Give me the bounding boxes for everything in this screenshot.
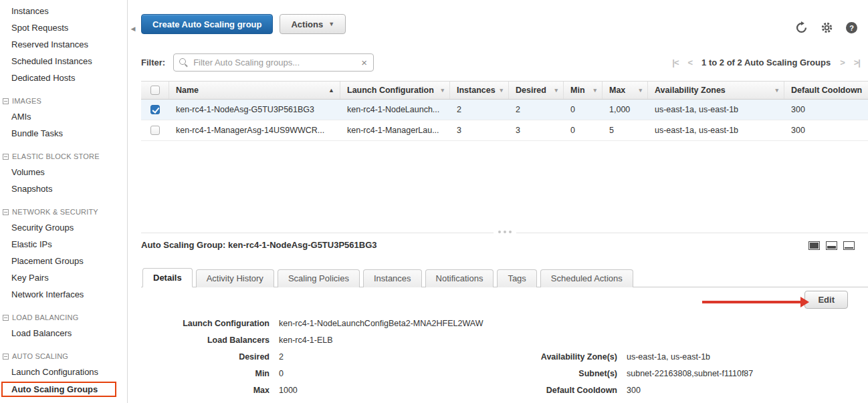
sidebar-item-dedicated-hosts[interactable]: Dedicated Hosts bbox=[0, 70, 127, 86]
column-menu-icon[interactable]: ▾ bbox=[639, 87, 642, 94]
field-label: Subnet(s) bbox=[469, 369, 617, 378]
field-min: Min 0 bbox=[141, 365, 483, 382]
collapse-section-icon[interactable] bbox=[3, 209, 9, 215]
pagination-prev-button[interactable]: < bbox=[687, 57, 692, 68]
column-menu-icon[interactable]: ▾ bbox=[554, 87, 558, 94]
tab-instances[interactable]: Instances bbox=[363, 269, 422, 287]
maximize-panel-icon[interactable] bbox=[808, 241, 820, 250]
sidebar-section-label: IMAGES bbox=[12, 97, 41, 105]
column-header-instances[interactable]: Instances ▾ bbox=[450, 82, 509, 99]
column-header-desired[interactable]: Desired ▾ bbox=[509, 82, 564, 99]
sidebar-item-key-pairs[interactable]: Key Pairs bbox=[0, 269, 127, 286]
edit-button[interactable]: Edit bbox=[804, 291, 848, 309]
table-row[interactable]: ken-rc4-1-NodeAsg-G5TU3P561BG3 ken-rc4-1… bbox=[141, 100, 868, 120]
column-label: Min bbox=[570, 86, 585, 95]
column-header-launch-configuration[interactable]: Launch Configuration ▾ bbox=[340, 82, 450, 99]
minimize-panel-icon[interactable] bbox=[843, 241, 855, 250]
pagination-last-button[interactable]: >| bbox=[854, 57, 860, 68]
select-all-checkbox[interactable] bbox=[141, 82, 169, 99]
cell-max: 1,000 bbox=[603, 100, 648, 120]
column-label: Default Cooldown bbox=[791, 86, 862, 95]
sidebar-item-launch-configurations[interactable]: Launch Configurations bbox=[0, 364, 127, 380]
row-checkbox[interactable] bbox=[150, 105, 160, 114]
create-auto-scaling-group-button[interactable]: Create Auto Scaling group bbox=[141, 14, 273, 34]
checkbox-icon[interactable] bbox=[150, 86, 160, 95]
sidebar-item-reserved-instances[interactable]: Reserved Instances bbox=[0, 36, 127, 53]
field-label: Max bbox=[141, 386, 269, 395]
sidebar-item-placement-groups[interactable]: Placement Groups bbox=[0, 253, 127, 269]
tab-activity-history[interactable]: Activity History bbox=[196, 269, 274, 287]
sidebar-item-bundle-tasks[interactable]: Bundle Tasks bbox=[0, 125, 127, 142]
collapse-section-icon[interactable] bbox=[3, 98, 9, 104]
collapse-section-icon[interactable] bbox=[3, 354, 9, 360]
filter-search-input[interactable] bbox=[192, 57, 355, 68]
column-menu-icon[interactable]: ▾ bbox=[593, 87, 596, 94]
help-icon[interactable]: ? bbox=[846, 22, 857, 33]
cell-availability-zones: us-east-1a, us-east-1b bbox=[648, 100, 784, 120]
sidebar-section-label: NETWORK & SECURITY bbox=[12, 208, 98, 216]
field-value: ken-rc4-1-ELB bbox=[279, 335, 333, 345]
pagination-first-button[interactable]: |< bbox=[672, 57, 678, 68]
filter-search-box: × bbox=[173, 53, 374, 72]
search-icon bbox=[179, 58, 188, 67]
tab-details[interactable]: Details bbox=[142, 268, 193, 287]
sidebar-item-auto-scaling-groups[interactable]: Auto Scaling Groups bbox=[1, 382, 116, 397]
collapse-section-icon[interactable] bbox=[3, 315, 9, 321]
detail-panel-title: Auto Scaling Group: ken-rc4-1-NodeAsg-G5… bbox=[141, 240, 377, 250]
sidebar-item-elastic-ips[interactable]: Elastic IPs bbox=[0, 236, 127, 253]
sidebar-item-volumes[interactable]: Volumes bbox=[0, 164, 127, 180]
field-load-balancers: Load Balancers ken-rc4-1-ELB bbox=[141, 331, 483, 348]
column-menu-icon[interactable]: ▾ bbox=[500, 87, 503, 94]
column-label: Desired bbox=[516, 86, 546, 95]
tab-scheduled-actions[interactable]: Scheduled Actions bbox=[540, 269, 633, 287]
sidebar-item-spot-requests[interactable]: Spot Requests bbox=[0, 19, 127, 36]
cell-availability-zones: us-east-1a, us-east-1b bbox=[648, 120, 784, 140]
sidebar-section-elastic-block-store: ELASTIC BLOCK STORE bbox=[0, 149, 127, 164]
field-desired: Desired 2 bbox=[141, 348, 483, 365]
collapse-section-icon[interactable] bbox=[3, 154, 9, 160]
column-header-name[interactable]: Name ▲ bbox=[169, 82, 340, 99]
detail-tabs: Details Activity History Scaling Policie… bbox=[141, 268, 868, 287]
sidebar-item-instances[interactable]: Instances bbox=[0, 3, 127, 19]
cell-instances: 3 bbox=[450, 120, 509, 140]
column-header-availability-zones[interactable]: Availability Zones ▾ bbox=[648, 82, 784, 99]
sidebar-item-snapshots[interactable]: Snapshots bbox=[0, 180, 127, 197]
column-menu-icon[interactable]: ▾ bbox=[441, 87, 444, 94]
column-header-default-cooldown[interactable]: Default Cooldown bbox=[784, 82, 868, 99]
sidebar-section-network-security: NETWORK & SECURITY bbox=[0, 205, 127, 219]
cell-name: ken-rc4-1-ManagerAsg-14US9WWCR... bbox=[169, 120, 340, 140]
tab-scaling-policies[interactable]: Scaling Policies bbox=[278, 269, 360, 287]
panel-resize-handle[interactable] bbox=[494, 231, 516, 233]
table-row[interactable]: ken-rc4-1-ManagerAsg-14US9WWCR... ken-rc… bbox=[141, 120, 868, 141]
pagination-summary: 1 to 2 of 2 Auto Scaling Groups bbox=[701, 57, 831, 68]
column-label: Launch Configuration bbox=[347, 86, 434, 95]
sidebar-item-scheduled-instances[interactable]: Scheduled Instances bbox=[0, 53, 127, 70]
ec2-console-page: Instances Spot Requests Reserved Instanc… bbox=[0, 0, 868, 403]
tab-tags[interactable]: Tags bbox=[497, 269, 536, 287]
actions-button[interactable]: Actions ▼ bbox=[280, 14, 346, 34]
column-header-min[interactable]: Min ▾ bbox=[564, 82, 603, 99]
split-panel-icon[interactable] bbox=[826, 241, 837, 250]
field-value: us-east-1a, us-east-1b bbox=[627, 352, 710, 362]
cell-name: ken-rc4-1-NodeAsg-G5TU3P561BG3 bbox=[169, 100, 340, 120]
field-value: subnet-22163808,subnet-f1110f87 bbox=[627, 369, 753, 378]
gear-icon[interactable] bbox=[821, 21, 833, 34]
pagination-next-button[interactable]: > bbox=[840, 57, 845, 68]
clear-filter-icon[interactable]: × bbox=[355, 57, 373, 68]
sidebar-item-security-groups[interactable]: Security Groups bbox=[0, 219, 127, 236]
sidebar-item-network-interfaces[interactable]: Network Interfaces bbox=[0, 286, 127, 303]
refresh-icon[interactable] bbox=[795, 21, 808, 34]
field-value: 1000 bbox=[279, 386, 298, 395]
column-menu-icon[interactable]: ▾ bbox=[775, 87, 778, 94]
sidebar-item-amis[interactable]: AMIs bbox=[0, 108, 127, 125]
detail-panel: Auto Scaling Group: ken-rc4-1-NodeAsg-G5… bbox=[141, 236, 868, 403]
tab-notifications[interactable]: Notifications bbox=[425, 269, 494, 287]
actions-button-label: Actions bbox=[291, 19, 323, 29]
column-label: Availability Zones bbox=[655, 86, 726, 95]
column-header-max[interactable]: Max ▾ bbox=[603, 82, 648, 99]
filter-label: Filter: bbox=[141, 57, 165, 68]
table-header: Name ▲ Launch Configuration ▾ Instances … bbox=[141, 81, 868, 100]
row-checkbox[interactable] bbox=[150, 126, 160, 135]
field-subnets: Subnet(s) subnet-22163808,subnet-f1110f8… bbox=[469, 365, 753, 382]
sidebar-item-load-balancers[interactable]: Load Balancers bbox=[0, 325, 127, 342]
